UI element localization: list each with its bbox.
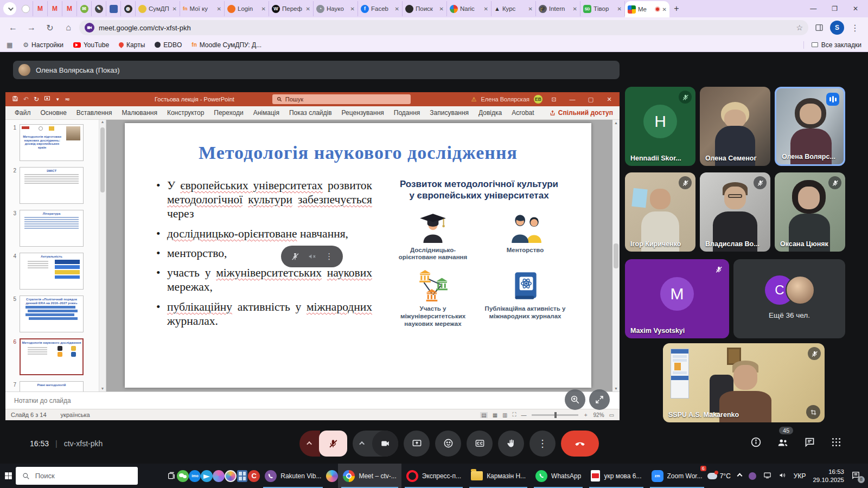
ribbon-tab-view[interactable]: Подання [389, 109, 425, 117]
taskbar-app-zoom[interactable]: zm Zoom Wor... 6 [647, 464, 707, 488]
crop-button[interactable] [806, 405, 820, 419]
volume-icon[interactable] [778, 471, 787, 481]
redo-icon[interactable]: ↻ [34, 95, 39, 103]
new-tab-button[interactable]: + [669, 4, 684, 14]
slideshow-view-icon[interactable]: ⛶ [513, 412, 516, 418]
ribbon-options-icon[interactable]: ≂ [65, 95, 70, 103]
taskbar-app-viber[interactable]: Rakuten Vib... [260, 464, 326, 488]
photos-app-icon[interactable] [213, 464, 225, 488]
close-icon[interactable]: ✕ [439, 6, 444, 12]
participant-tile-maxim[interactable]: M Maxim Vysotskyi [625, 259, 729, 338]
close-icon[interactable]: ✕ [573, 6, 577, 12]
fit-slide-icon[interactable]: ▭ [609, 412, 614, 418]
ribbon-tab-insert[interactable]: Вставлення [72, 109, 117, 117]
network-icon[interactable] [763, 471, 771, 481]
participant-tile-hennadii[interactable]: H Hennadii Skor... [625, 87, 695, 166]
language-indicator[interactable]: українська [61, 412, 90, 418]
tab-intern[interactable]: 🎓Intern✕ [536, 1, 580, 16]
notifications-button[interactable]: 8 [851, 471, 860, 481]
participant-tile-voliarska[interactable]: Олена Волярс... [775, 87, 845, 166]
thumbnail-6-selected[interactable]: 6 Методологія наукового дослідження [5, 338, 98, 375]
participant-tile-tsiuniak[interactable]: Оксана Цюняк [775, 172, 845, 252]
wechat-icon[interactable] [177, 464, 189, 488]
taskbar-app-opera[interactable]: Экспресс-п... [401, 464, 466, 488]
tab-tivor[interactable]: SDТівор✕ [580, 1, 625, 16]
pinned-tab-photos[interactable] [106, 1, 121, 16]
tab-sumdp[interactable]: СумДП✕ [136, 1, 180, 16]
presentation-fullscreen-button[interactable] [589, 389, 610, 410]
language-indicator[interactable]: УКР [794, 472, 806, 480]
browser-menu-button[interactable]: ⋮ [847, 20, 863, 35]
thumbnail-5[interactable]: 5 Стратегія «Політичний порядок денний E… [5, 296, 98, 332]
ribbon-tab-transitions[interactable]: Переходи [209, 109, 248, 117]
more-options-icon[interactable]: ⋮ [325, 252, 333, 261]
tab-facebook[interactable]: fFaceb✕ [358, 1, 403, 16]
participant-tile-sspu[interactable]: SSPU A.S. Makarenko [663, 343, 825, 422]
telegram-icon[interactable] [201, 464, 213, 488]
home-button[interactable]: ⌂ [61, 20, 76, 35]
slide-sorter-icon[interactable]: ▦ [493, 412, 497, 418]
end-call-button[interactable] [561, 431, 599, 457]
mic-mute-button[interactable] [319, 431, 347, 457]
weather-widget[interactable]: 7°C [707, 472, 731, 480]
present-button[interactable] [404, 431, 430, 457]
participant-tile-vladyslav[interactable]: Владислав Во... [700, 172, 770, 252]
thumbnail-7[interactable]: 7 Рівні методологій [5, 381, 98, 391]
bookmark-edbo[interactable]: EDBO [155, 41, 182, 49]
chat-button[interactable] [804, 436, 815, 450]
tab-kurs[interactable]: ▲Курс✕ [492, 1, 536, 16]
comodo-icon[interactable]: C [248, 464, 260, 488]
clock-widget[interactable]: 16:53 29.10.2025 [813, 468, 844, 484]
tray-expand-icon[interactable] [737, 473, 742, 479]
viber-tray-icon[interactable] [749, 472, 756, 480]
ribbon-tab-draw[interactable]: Малювання [117, 109, 162, 117]
bookmark-moodle[interactable]: fnMoodle СумДПУ: Д... [192, 41, 261, 49]
ribbon-tab-design[interactable]: Конструктор [162, 109, 209, 117]
ribbon-tab-acrobat[interactable]: Acrobat [507, 109, 539, 117]
zoom-out-button[interactable]: — [521, 412, 527, 418]
address-bar[interactable]: meet.google.com/ctv-xfst-pkh ☆ [79, 20, 808, 35]
zoom-slider[interactable] [532, 414, 578, 416]
paint-app-icon[interactable] [225, 464, 237, 488]
camera-button[interactable] [372, 431, 398, 457]
forward-button[interactable]: → [24, 20, 39, 35]
taskbar-app-pdf[interactable]: укр мова 6... [586, 464, 646, 488]
window-close-button[interactable]: ✕ [853, 5, 858, 12]
close-icon[interactable]: ✕ [395, 6, 399, 12]
raise-hand-button[interactable] [498, 431, 524, 457]
qat-dropdown-icon[interactable]: ▼ [55, 97, 60, 102]
tab-meet-active[interactable]: Me ✕ [625, 1, 669, 17]
reactions-button[interactable] [435, 431, 461, 457]
ribbon-tab-slideshow[interactable]: Показ слайдів [284, 109, 337, 117]
ribbon-tab-home[interactable]: Основне [36, 109, 72, 117]
ribbon-tab-recording[interactable]: Записування [425, 109, 474, 117]
microphone-control[interactable] [299, 431, 347, 457]
participants-button[interactable]: 45 [777, 436, 789, 451]
zoom-percentage[interactable]: 92% [593, 412, 604, 418]
camera-control[interactable] [353, 431, 398, 457]
ppt-search-box[interactable]: Пошук [272, 94, 411, 104]
tab-search-button[interactable] [3, 2, 16, 15]
more-options-button[interactable]: ⋮ [529, 431, 556, 457]
profile-avatar[interactable]: S [830, 21, 844, 35]
normal-view-icon[interactable]: ▤ [480, 412, 487, 418]
thumbnail-3[interactable]: 3 Література [5, 210, 98, 247]
close-icon[interactable]: ✕ [217, 6, 221, 12]
camera-options-button[interactable] [353, 431, 372, 457]
tab-poisk[interactable]: Поиск✕ [403, 1, 447, 16]
thumbnail-scrollbar[interactable]: ▲▼ [99, 120, 106, 391]
pinned-tab-globe[interactable]: ◍ [121, 1, 136, 16]
notes-pane[interactable]: Нотатки до слайда [5, 391, 620, 409]
pinned-tab-signature[interactable]: ✎ [92, 1, 106, 16]
participant-tile-semenoh[interactable]: Олена Семеног [700, 87, 770, 166]
close-icon[interactable]: ✕ [662, 7, 667, 12]
slide-thumbnail-panel[interactable]: 1 Методологія підготовки наукових дослід… [5, 120, 106, 391]
task-view-button[interactable] [166, 464, 177, 488]
bookmark-star-icon[interactable]: ☆ [796, 23, 803, 32]
window-maximize-button[interactable]: ❐ [832, 5, 838, 12]
bookmark-youtube[interactable]: YouTube [73, 41, 109, 49]
tab-moi-kursy[interactable]: fnМої ку✕ [180, 1, 225, 16]
ppt-restore-button[interactable]: ▢ [584, 96, 598, 103]
bookmark-settings[interactable]: ⚙Настройки [23, 41, 63, 49]
back-button[interactable]: ← [5, 20, 21, 35]
